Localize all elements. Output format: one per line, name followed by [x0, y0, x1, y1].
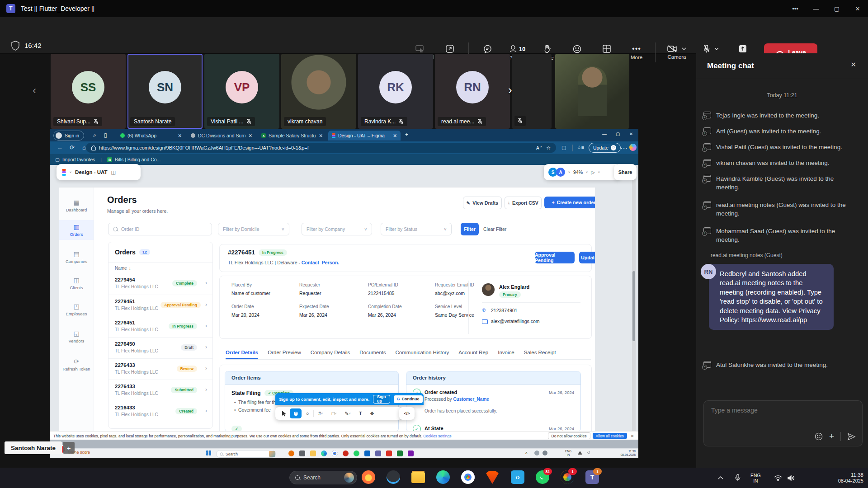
minimize-icon[interactable]: —: [806, 0, 826, 17]
attach-plus-icon[interactable]: +: [829, 432, 834, 441]
favorite-star-icon[interactable]: ☆: [546, 145, 551, 151]
back-icon[interactable]: ←: [57, 144, 63, 151]
start-icon[interactable]: [206, 450, 212, 456]
update-status-button[interactable]: Update status: [579, 252, 595, 263]
bookmark-bills[interactable]: Bills | Billing and Co...: [115, 157, 160, 162]
chat-close-icon[interactable]: ✕: [850, 61, 856, 69]
whatsapp-icon[interactable]: 81: [536, 470, 549, 484]
chat-input-box[interactable]: +: [703, 400, 863, 446]
refresh-icon[interactable]: ⟳: [70, 144, 75, 151]
brave-icon[interactable]: [486, 471, 499, 484]
sidebar-item-refresh-token[interactable]: ⟳Refresh Token: [59, 355, 94, 375]
message-input[interactable]: [710, 406, 848, 414]
strip-scroll-left-icon[interactable]: ‹: [33, 84, 36, 97]
tab-documents[interactable]: Documents: [359, 350, 386, 355]
app-icon[interactable]: [387, 470, 400, 484]
browser-menu-icon[interactable]: ⋯: [620, 144, 628, 152]
filter-button[interactable]: Filter: [461, 223, 479, 235]
teams-taskbar-icon[interactable]: T1: [585, 470, 599, 484]
brave-icon[interactable]: [343, 450, 349, 456]
extensions-icon[interactable]: ▢: [561, 145, 566, 150]
volume-icon[interactable]: ◁: [587, 450, 590, 455]
vscode-icon[interactable]: ‹›: [511, 470, 524, 484]
contact-email[interactable]: alex@vstatefilings.com: [491, 319, 540, 324]
tab-company-details[interactable]: Company Details: [311, 350, 350, 355]
browser-tab[interactable]: DC Divisions and Surroundings ✕: [187, 131, 256, 141]
canvas-scrollbar-track[interactable]: [632, 165, 636, 431]
new-tab-icon[interactable]: +: [405, 131, 408, 138]
figma-signup-button[interactable]: Sign up: [373, 395, 390, 404]
participant-tile[interactable]: SN Santosh Narate: [127, 54, 203, 129]
close-icon[interactable]: ✕: [847, 0, 868, 17]
dev-mode-toggle[interactable]: </>: [399, 407, 415, 420]
clock[interactable]: 11:3808-04-2025: [602, 450, 636, 457]
order-row[interactable]: 2276433TL Flex Holdings LLCReview›: [108, 358, 212, 380]
address-bar[interactable]: https://www.figma.com/design/9BKQ0FOHRWa…: [86, 143, 556, 153]
mic-chevron-icon[interactable]: [714, 47, 719, 50]
tab-order-details[interactable]: Order Details: [226, 350, 258, 355]
firefox-icon[interactable]: [362, 470, 375, 484]
maximize-icon[interactable]: ▢: [826, 0, 847, 17]
order-row[interactable]: 2216433TL Flex Holdings LLCCreated›: [108, 401, 212, 422]
tab-close-icon[interactable]: ✕: [393, 133, 397, 138]
filter-domicile-select[interactable]: Filter by Domicile˅: [218, 223, 289, 235]
camera-button[interactable]: Camera: [659, 38, 694, 67]
order-row[interactable]: 2276451TL Flex Holdings LLCIn Progress›: [108, 316, 212, 338]
browser-tab-active[interactable]: Design - UAT – Figma ✕: [328, 131, 401, 141]
chevron-down-icon[interactable]: ˅: [568, 171, 570, 174]
file-explorer-icon[interactable]: [310, 450, 316, 456]
view-drafts-button[interactable]: ✎View Drafts: [463, 197, 502, 209]
browser-minimize-icon[interactable]: —: [602, 131, 607, 136]
tray-expand-icon[interactable]: ᴧ: [525, 450, 528, 455]
collaborator-avatar[interactable]: A: [556, 168, 565, 177]
frame-tool-icon[interactable]: #˅: [314, 408, 327, 418]
language-indicator[interactable]: ENGIN: [565, 450, 571, 457]
browser-close-icon[interactable]: ✕: [629, 131, 633, 136]
chevron-down-icon[interactable]: ˅: [70, 171, 71, 174]
excel-icon[interactable]: [397, 450, 403, 456]
copilot-icon[interactable]: [629, 144, 637, 151]
tray-icon[interactable]: [542, 450, 547, 455]
sidebar-item-orders[interactable]: ▥Orders: [59, 220, 94, 240]
text-tool-icon[interactable]: T: [354, 408, 366, 418]
create-new-order-button[interactable]: +Create new order: [544, 197, 595, 208]
volume-icon[interactable]: [788, 475, 795, 481]
present-icon[interactable]: ▷: [591, 169, 594, 175]
shape-tool-icon[interactable]: □˅: [327, 408, 341, 418]
taskbar-search[interactable]: Search: [289, 471, 357, 484]
tab-close-icon[interactable]: ✕: [248, 133, 252, 138]
browser-profile-button[interactable]: Sign in: [53, 131, 84, 141]
tray-expand-icon[interactable]: [718, 476, 723, 479]
sidebar-item-vendors[interactable]: ◱Vendors: [59, 327, 94, 347]
figma-logo-icon[interactable]: [62, 169, 66, 176]
tab-account-rep[interactable]: Account Rep: [458, 350, 488, 355]
teams-icon[interactable]: [375, 450, 381, 456]
wifi-icon[interactable]: [578, 451, 582, 455]
start-button[interactable]: [271, 470, 285, 485]
order-row[interactable]: 2276450TL Flex Holdings LLCDraft›: [108, 337, 212, 359]
browser-tab[interactable]: (6) WhatsApp ✕: [117, 131, 185, 141]
file-explorer-icon[interactable]: [411, 472, 425, 483]
emoji-icon[interactable]: [815, 432, 823, 441]
participant-tile-video[interactable]: [555, 54, 629, 129]
order-row[interactable]: 2279454TL Flex Holdings LLCComplete›: [108, 273, 212, 295]
home-icon[interactable]: ⌂: [82, 144, 86, 151]
pen-tool-icon[interactable]: ✎˅: [341, 408, 354, 418]
pages-panel-icon[interactable]: ◫: [111, 169, 115, 175]
read-aloud-icon[interactable]: A⌃: [536, 145, 543, 150]
participant-tile-partial[interactable]: [512, 54, 552, 129]
allow-cookies-button[interactable]: Allow all cookies: [593, 433, 627, 439]
sort-down-icon[interactable]: ↓: [129, 266, 131, 271]
tab-invoice[interactable]: Invoice: [498, 350, 514, 355]
sidebar-item-clients[interactable]: ◫Clients: [59, 273, 94, 293]
contact-phone[interactable]: 2123874901: [491, 308, 517, 313]
bookmark-import-favorites[interactable]: Import favorites: [62, 157, 95, 162]
sidebar-item-employees[interactable]: ◰Employees: [59, 300, 94, 319]
chrome-icon[interactable]: [461, 470, 475, 484]
taskbar-search-input[interactable]: Search: [216, 450, 276, 458]
tab-close-icon[interactable]: ✕: [178, 133, 182, 138]
cookie-close-icon[interactable]: ✕: [631, 434, 634, 438]
order-row[interactable]: 2279451TL Flex Holdings LLCApproval Pend…: [108, 295, 212, 316]
contact-person-link[interactable]: Contact_Person.: [302, 260, 339, 265]
participant-tile[interactable]: RN read.ai mee...: [435, 54, 510, 129]
